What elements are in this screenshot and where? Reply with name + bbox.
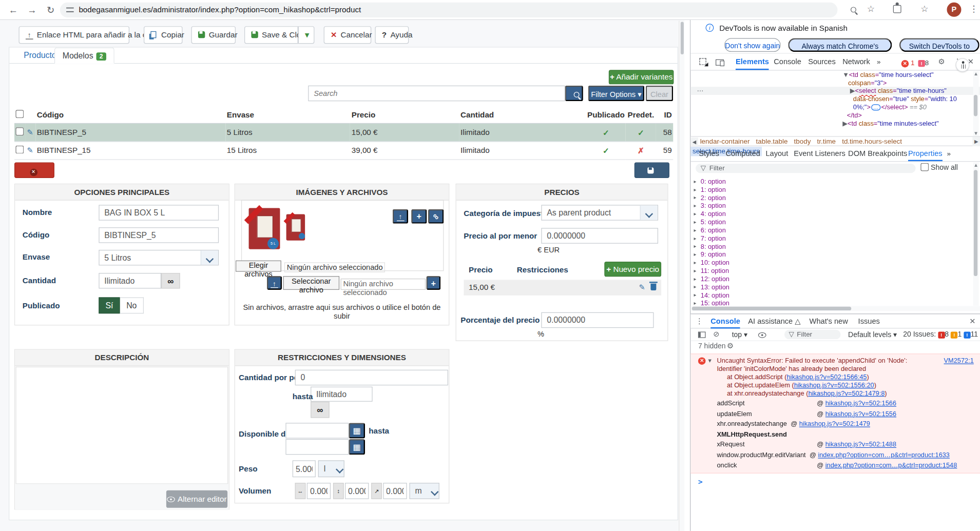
source-link[interactable]: index.php?option=com…p&ctrl=product:1633 [818, 450, 950, 458]
source-link[interactable]: hikashop.js?v=502:1556 [825, 409, 896, 417]
breadcrumb-item[interactable]: tr.time [817, 137, 836, 146]
tab-ai-assistance[interactable]: AI assistance △ [748, 314, 800, 328]
search-input[interactable] [308, 86, 565, 101]
console-sidebar-icon[interactable] [698, 331, 706, 340]
accessibility-person-icon[interactable] [956, 58, 970, 72]
ayuda-button[interactable]: ?Ayuda [375, 26, 409, 44]
guardar-button[interactable]: Guardar [191, 26, 236, 44]
source-link[interactable]: index.php?option=com…p&ctrl=product:1548 [825, 461, 957, 468]
property-row[interactable]: ▸6: option [690, 226, 980, 234]
console-filter-input[interactable]: ▽Filter [784, 330, 841, 339]
row-checkbox[interactable] [15, 127, 24, 135]
disponible-desde-field[interactable] [285, 423, 349, 438]
peso-unit-select[interactable]: l [318, 460, 344, 477]
url-bar[interactable]: bodegasanmiguel.es/administrator/index.p… [60, 3, 838, 17]
source-link[interactable]: VM2572:1 [944, 357, 974, 365]
collapsed-triangle-icon[interactable]: ▸ [694, 291, 696, 299]
row-checkbox[interactable] [15, 146, 24, 154]
extension-star-icon[interactable]: ☆ [920, 4, 928, 13]
close-drawer-icon[interactable]: ✕ [969, 317, 975, 325]
calendar-button[interactable]: ▦ [349, 423, 365, 438]
precio-menor-field[interactable] [541, 228, 658, 243]
issues-counter[interactable]: 20 Issues: !8 !1 !11 [903, 330, 978, 339]
property-row[interactable]: ▸12: option [690, 275, 980, 283]
nuevo-precio-button[interactable]: + Nuevo precio [604, 262, 661, 277]
source-link[interactable]: hikashop.js?v=502:1566:45 [786, 373, 867, 381]
tab-network[interactable]: Network [842, 54, 870, 70]
source-link[interactable]: hikashop.js?v=502:1479 [799, 420, 870, 427]
reload-icon[interactable]: ↻ [44, 3, 57, 17]
tab-layout[interactable]: Layout [765, 147, 788, 161]
collapsed-triangle-icon[interactable]: ▸ [694, 283, 696, 291]
property-row[interactable]: ▸8: option [690, 242, 980, 250]
property-row[interactable]: ▸4: option [690, 210, 980, 218]
properties-scrollbar[interactable]: ▲ [973, 163, 979, 306]
cancelar-button[interactable]: ✕Cancelar [14, 163, 54, 178]
add-variants-button[interactable]: + Añadir variantes [609, 70, 674, 84]
select-all-checkbox[interactable] [15, 110, 24, 118]
volumen-y-field[interactable] [345, 483, 369, 499]
clear-filter-button[interactable]: Clear [646, 86, 674, 101]
collapsed-triangle-icon[interactable]: ▸ [694, 250, 696, 259]
tab-issues[interactable]: Issues [858, 314, 880, 328]
publicado-si-toggle[interactable]: Sí [99, 298, 120, 314]
cantidad-hasta-field[interactable] [311, 387, 373, 402]
collapsed-triangle-icon[interactable]: ▸ [694, 210, 696, 218]
property-row[interactable]: ▸7: option [690, 234, 980, 243]
tab-elements[interactable]: Elements [736, 54, 769, 70]
product-image-small[interactable] [286, 214, 305, 241]
tab-console-drawer[interactable]: Console [710, 314, 740, 328]
categoria-impuesto-select[interactable]: As parent product [541, 205, 658, 220]
context-selector[interactable]: top ▾ [732, 330, 747, 339]
tab-event-listeners[interactable]: Event Listeners [794, 147, 846, 161]
alternar-editor-button[interactable]: Alternar editor [166, 490, 227, 508]
table-row[interactable]: ✎ BIBTINESP_1515 Litros 39,00 €Ilimitado… [14, 142, 673, 160]
elements-tree[interactable]: ▼<td class="time hours-select"colspan="3… [690, 71, 980, 136]
inspect-element-icon[interactable] [699, 58, 706, 67]
tab-properties[interactable]: Properties [908, 147, 943, 161]
source-link[interactable]: hikashop.js?v=502:1479:8 [808, 389, 885, 397]
cancelar-toolbar-button[interactable]: ✕Cancelar [324, 26, 372, 44]
source-link[interactable]: hikashop.js?v=502:1566 [825, 399, 896, 407]
copiar-button[interactable]: Copiar [144, 26, 182, 44]
live-expression-eye-icon[interactable] [758, 331, 766, 340]
volumen-unit-select[interactable]: m [409, 483, 439, 499]
more-panes-icon[interactable]: » [947, 147, 950, 161]
console-kebab-icon[interactable]: ⋮ [696, 317, 703, 325]
dom-tree-node[interactable]: ⋯▶<select class="time time-hours" [690, 87, 980, 95]
collapsed-triangle-icon[interactable]: ▸ [694, 226, 696, 234]
nombre-field[interactable] [99, 205, 219, 220]
settings-gear-icon[interactable]: ⚙ [938, 57, 945, 66]
cantidad-pedido-field[interactable] [295, 370, 448, 385]
extensions-icon[interactable] [893, 5, 901, 13]
edit-pencil-icon[interactable]: ✎ [27, 128, 33, 137]
collapsed-triangle-icon[interactable]: ▸ [694, 267, 696, 275]
always-match-language-button[interactable]: Always match Chrome's language [788, 38, 892, 52]
properties-list[interactable]: ▸0: option▸1: option▸2: option▸3: option… [690, 178, 980, 306]
collapsed-triangle-icon[interactable]: ▸ [694, 218, 696, 226]
save-close-button[interactable]: Save & Close [244, 26, 298, 44]
breadcrumb-left-icon[interactable]: ◀ [690, 137, 698, 147]
publicado-no-toggle[interactable]: No [120, 298, 144, 314]
tab-whats-new[interactable]: What's new [810, 314, 848, 328]
elements-scrollbar[interactable]: ▲ ▼ [973, 71, 979, 136]
collapsed-triangle-icon[interactable]: ▸ [694, 193, 696, 202]
page-scrollbar[interactable] [679, 21, 684, 531]
url-text[interactable]: bodegasanmiguel.es/administrator/index.p… [79, 6, 361, 14]
width-dimension-icon[interactable]: ↔ [295, 483, 306, 499]
upload-file-button[interactable]: ↑ [267, 276, 282, 290]
dont-show-again-button[interactable]: Don't show again [724, 38, 781, 52]
breadcrumb-item[interactable]: tbody [794, 137, 811, 146]
switch-devtools-spanish-button[interactable]: Switch DevTools to Spanish [899, 38, 979, 52]
tab-computed[interactable]: Computed [725, 147, 760, 161]
source-link[interactable]: hikashop.js?v=502:1556:20 [794, 381, 874, 389]
product-image-large[interactable]: 5 L [249, 208, 280, 249]
property-row[interactable]: ▸11: option [690, 267, 980, 275]
more-tabs-icon[interactable]: » [877, 54, 880, 70]
infinity-button[interactable]: ∞ [311, 402, 330, 418]
property-row[interactable]: ▸14: option [690, 291, 980, 299]
dom-tree-node[interactable]: colspan="3"> [690, 78, 980, 87]
collapsed-triangle-icon[interactable]: ▸ [694, 299, 696, 306]
property-row[interactable]: ▸1: option [690, 186, 980, 194]
codigo-field[interactable] [99, 227, 219, 243]
